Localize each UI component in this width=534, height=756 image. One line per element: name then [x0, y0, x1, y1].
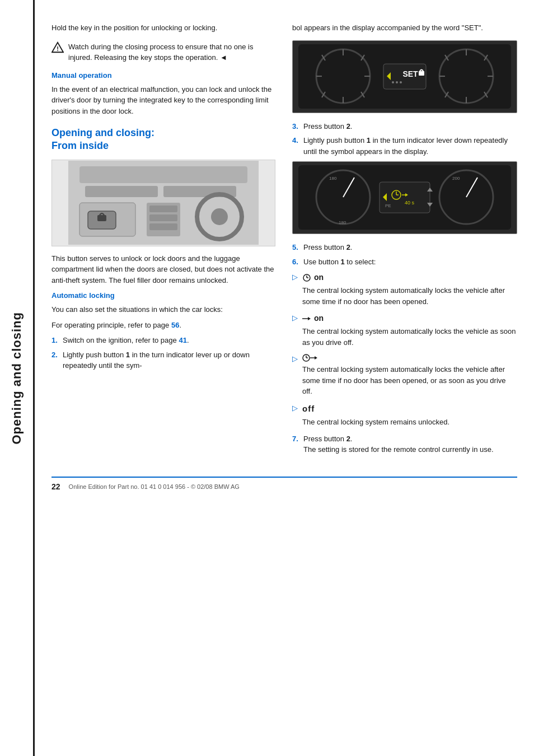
- page-link-41: 41: [179, 336, 186, 344]
- set-display-image: SET: [292, 40, 517, 113]
- page-number: 22: [51, 482, 60, 491]
- off-label: off: [302, 403, 315, 416]
- option-off-desc: The central locking system remains unloc…: [302, 417, 449, 428]
- page-link-56: 56: [171, 321, 179, 329]
- col-right: bol appears in the display accompanied b…: [287, 22, 517, 460]
- svg-rect-2: [79, 166, 247, 183]
- svg-rect-36: [419, 71, 424, 76]
- warning-icon: !: [51, 41, 64, 54]
- car-interior-svg: [68, 161, 259, 245]
- continuation-text: bol appears in the display accompanied b…: [292, 22, 517, 34]
- operating-principle: For operating principle, refer to page 5…: [51, 320, 275, 331]
- svg-point-39: [400, 81, 402, 83]
- option-both: ▷ The central: [292, 353, 517, 397]
- footer-text: Online Edition for Part no. 01 41 0 014 …: [69, 483, 240, 490]
- sidebar: Opening and closing: [0, 0, 35, 756]
- step-5: 5. Press button 2.: [292, 242, 517, 253]
- warning-text: Watch during the closing process to ensu…: [68, 41, 275, 63]
- svg-text:SET: SET: [402, 69, 418, 78]
- option-off: ▷ off The central locking system remains…: [292, 403, 517, 428]
- steps-list-right-3: 3. Press button 2. 4. Lightly push butto…: [292, 121, 517, 157]
- svg-text:180: 180: [339, 221, 346, 226]
- svg-marker-68: [315, 356, 317, 360]
- sidebar-label: Opening and closing: [10, 312, 24, 445]
- clock-on-icon: [302, 273, 311, 282]
- auto-locking-intro: You can also set the situations in which…: [51, 304, 275, 315]
- button-desc: This button serves to unlock or lock doo…: [51, 253, 275, 286]
- steps-5-7: 5. Press button 2. 6. Use button 1 to se…: [292, 242, 517, 267]
- options-list: ▷ on The central locking system auto: [292, 272, 517, 428]
- svg-text:!: !: [57, 45, 59, 52]
- intro-text: Hold the key in the position for unlocki…: [51, 22, 275, 34]
- svg-text:40 s: 40 s: [405, 200, 415, 206]
- step-6: 6. Use button 1 to select:: [292, 256, 517, 268]
- auto-locking-heading: Automatic locking: [51, 291, 275, 300]
- svg-point-38: [396, 81, 398, 83]
- svg-rect-10: [149, 214, 177, 221]
- gauge-display-image: 180 180 200: [292, 161, 517, 234]
- page-container: Opening and closing Hold the key in the …: [0, 0, 534, 756]
- option-arrow-on: ▷ on The central locking system automati…: [292, 312, 517, 348]
- step-3: 3. Press button 2.: [292, 121, 517, 132]
- step-2: 2. Lightly push button 1 in the turn ind…: [51, 349, 275, 371]
- svg-rect-3: [85, 186, 158, 197]
- svg-text:200: 200: [452, 176, 460, 181]
- steps-list-left: 1. Switch on the ignition, refer to page…: [51, 335, 275, 371]
- option-both-desc: The central locking system automatically…: [302, 364, 517, 397]
- svg-text:180: 180: [329, 176, 337, 181]
- step-1: 1. Switch on the ignition, refer to page…: [51, 335, 275, 346]
- svg-point-37: [392, 81, 394, 83]
- section-heading-from-inside: Opening and closing: From inside: [51, 127, 275, 153]
- step-7-list: 7. Press button 2. The setting is stored…: [292, 433, 517, 455]
- footer: 22 Online Edition for Part no. 01 41 0 0…: [51, 477, 517, 491]
- set-display-svg: SET: [298, 44, 511, 109]
- manual-operation-heading: Manual operation: [51, 71, 275, 80]
- manual-operation-text: In the event of an electrical malfunctio…: [51, 84, 275, 117]
- arrow-on-icon: [302, 316, 311, 321]
- step-4: 4. Lightly push button 1 in the turn ind…: [292, 135, 517, 157]
- top-section: Hold the key in the position for unlocki…: [51, 22, 517, 460]
- option-circle-on-desc: The central locking system automatically…: [302, 285, 517, 307]
- svg-rect-7: [97, 215, 106, 221]
- svg-rect-9: [149, 206, 177, 212]
- warning-box: ! Watch during the closing process to en…: [51, 41, 275, 63]
- car-interior-image: [51, 160, 275, 246]
- svg-point-13: [211, 208, 228, 225]
- svg-rect-11: [149, 223, 177, 230]
- option-arrow-on-desc: The central locking system automatically…: [302, 326, 517, 348]
- main-content: Hold the key in the position for unlocki…: [35, 0, 534, 756]
- clock-arrow-icon: [302, 353, 318, 362]
- col-left: Hold the key in the position for unlocki…: [51, 22, 275, 460]
- step-7: 7. Press button 2. The setting is stored…: [292, 433, 517, 455]
- svg-marker-63: [308, 317, 311, 320]
- option-circle-on: ▷ on The central locking system auto: [292, 272, 517, 307]
- gauge-display-svg: 180 180 200: [298, 165, 511, 230]
- svg-text:PE: PE: [385, 204, 391, 209]
